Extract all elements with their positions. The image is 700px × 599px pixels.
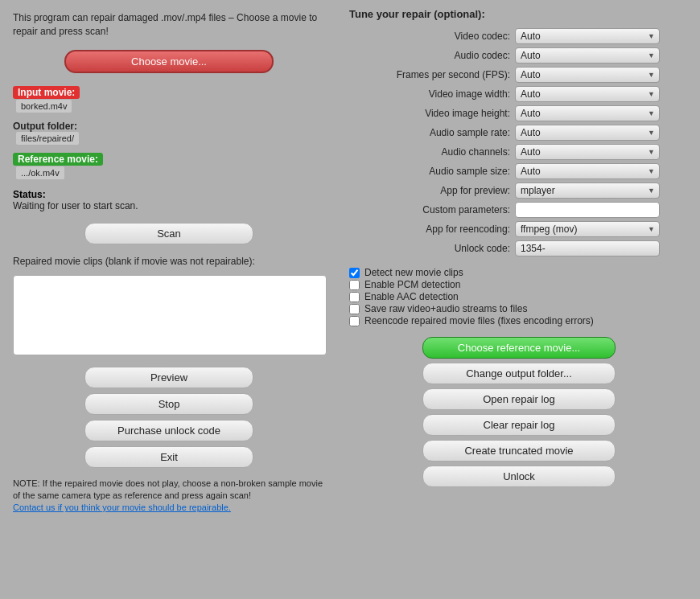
- checkbox-label-enable-aac: Enable AAC detection: [364, 291, 459, 302]
- checkbox-save-raw[interactable]: [349, 304, 360, 314]
- select-app-preview[interactable]: mplayer: [515, 183, 660, 199]
- setting-label-audio-codec: Audio codec:: [349, 50, 510, 61]
- checkbox-label-enable-pcm: Enable PCM detection: [364, 279, 460, 290]
- create-truncated-movie-button[interactable]: Create truncated movie: [422, 440, 616, 462]
- checkbox-row-save-raw[interactable]: Save raw video+audio streams to files: [349, 303, 689, 314]
- input-movie-label: Input movie:: [13, 86, 80, 99]
- right-buttons: Choose reference movie...Change output f…: [349, 337, 689, 487]
- select-app-reencoding[interactable]: ffmpeg (mov): [515, 221, 660, 237]
- checkbox-label-save-raw: Save raw video+audio streams to files: [364, 303, 527, 314]
- reference-movie-label: Reference movie:: [13, 153, 103, 166]
- preview-button[interactable]: Preview: [84, 367, 253, 388]
- setting-label-app-reencoding: App for reencoding:: [349, 224, 510, 235]
- reference-movie-field: Reference movie: .../ok.m4v: [13, 153, 325, 183]
- setting-label-audio-sample-rate: Audio sample rate:: [349, 127, 510, 138]
- select-audio-sample-rate[interactable]: Auto: [515, 125, 660, 141]
- input-custom-params[interactable]: [515, 202, 660, 218]
- setting-control-fps[interactable]: Auto: [515, 67, 689, 83]
- setting-label-app-preview: App for preview:: [349, 185, 510, 196]
- purchase-button[interactable]: Purchase unlock code: [84, 420, 253, 441]
- note-text: NOTE: If the repaired movie does not pla…: [13, 478, 325, 515]
- checkbox-label-detect-new-clips: Detect new movie clips: [364, 267, 463, 278]
- exit-button[interactable]: Exit: [84, 446, 253, 468]
- select-video-height[interactable]: Auto: [515, 105, 660, 121]
- checkbox-row-enable-pcm[interactable]: Enable PCM detection: [349, 279, 689, 290]
- setting-control-video-height[interactable]: Auto: [515, 105, 689, 121]
- select-audio-sample-size[interactable]: Auto: [515, 163, 660, 179]
- stop-button[interactable]: Stop: [84, 393, 253, 415]
- scan-button[interactable]: Scan: [84, 223, 253, 244]
- setting-control-custom-params[interactable]: [515, 202, 689, 218]
- settings-grid: Video codec:AutoAudio codec:AutoFrames p…: [349, 28, 689, 256]
- setting-control-audio-sample-rate[interactable]: Auto: [515, 125, 689, 141]
- unlock-button[interactable]: Unlock: [422, 466, 616, 487]
- input-unlock-code[interactable]: [515, 240, 660, 256]
- checkbox-detect-new-clips[interactable]: [349, 268, 360, 278]
- setting-label-video-codec: Video codec:: [349, 31, 510, 42]
- status-text: Waiting for user to start scan.: [13, 200, 138, 211]
- contact-link[interactable]: Contact us if you think your movie shoul…: [13, 503, 231, 512]
- setting-control-app-reencoding[interactable]: ffmpeg (mov): [515, 221, 689, 237]
- clear-repair-log-button[interactable]: Clear repair log: [422, 414, 616, 436]
- left-panel: This program can repair damaged .mov/.mp…: [0, 0, 338, 599]
- setting-label-audio-sample-size: Audio sample size:: [349, 166, 510, 177]
- setting-control-audio-sample-size[interactable]: Auto: [515, 163, 689, 179]
- change-output-folder-button[interactable]: Change output folder...: [422, 363, 616, 384]
- setting-control-unlock-code[interactable]: [515, 240, 689, 256]
- repaired-clips-box: [13, 275, 327, 355]
- right-panel: Tune your repair (optional): Video codec…: [338, 0, 700, 599]
- repaired-clips-label: Repaired movie clips (blank if movie was…: [13, 256, 325, 267]
- reference-movie-value: .../ok.m4v: [16, 166, 64, 179]
- checkbox-enable-aac[interactable]: [349, 292, 360, 302]
- checkbox-row-detect-new-clips[interactable]: Detect new movie clips: [349, 267, 689, 278]
- select-audio-codec[interactable]: Auto: [515, 47, 660, 64]
- checkbox-row-enable-aac[interactable]: Enable AAC detection: [349, 291, 689, 302]
- setting-control-video-width[interactable]: Auto: [515, 86, 689, 102]
- checkbox-label-reencode: Reencode repaired movie files (fixes enc…: [364, 315, 594, 326]
- choose-movie-button[interactable]: Choose movie...: [64, 50, 274, 73]
- setting-control-video-codec[interactable]: Auto: [515, 28, 689, 44]
- setting-label-custom-params: Custom parameters:: [349, 204, 510, 215]
- checkbox-reencode[interactable]: [349, 316, 360, 326]
- setting-label-video-height: Video image height:: [349, 108, 510, 119]
- select-fps[interactable]: Auto: [515, 67, 660, 83]
- checkbox-enable-pcm[interactable]: [349, 280, 360, 290]
- setting-control-audio-channels[interactable]: Auto: [515, 144, 689, 160]
- checkbox-row-reencode[interactable]: Reencode repaired movie files (fixes enc…: [349, 315, 689, 326]
- setting-label-video-width: Video image width:: [349, 88, 510, 100]
- status-label: Status:: [13, 189, 46, 200]
- select-audio-channels[interactable]: Auto: [515, 144, 660, 160]
- output-folder-field: Output folder: files/repaired/: [13, 121, 325, 148]
- choose-reference-movie-button[interactable]: Choose reference movie...: [422, 337, 616, 359]
- setting-control-app-preview[interactable]: mplayer: [515, 183, 689, 199]
- setting-label-unlock-code: Unlock code:: [349, 243, 510, 254]
- setting-control-audio-codec[interactable]: Auto: [515, 47, 689, 64]
- open-repair-log-button[interactable]: Open repair log: [422, 388, 616, 410]
- status-block: Status: Waiting for user to start scan.: [13, 189, 325, 211]
- select-video-width[interactable]: Auto: [515, 86, 660, 102]
- input-movie-field: Input movie: borked.m4v: [13, 86, 325, 116]
- output-folder-label: Output folder:: [13, 121, 77, 132]
- tune-title: Tune your repair (optional):: [349, 8, 689, 20]
- setting-label-audio-channels: Audio channels:: [349, 146, 510, 158]
- checkboxes-container: Detect new movie clipsEnable PCM detecti…: [349, 266, 689, 327]
- select-video-codec[interactable]: Auto: [515, 28, 660, 44]
- left-buttons: Preview Stop Purchase unlock code Exit: [13, 367, 325, 468]
- input-movie-value: borked.m4v: [16, 100, 72, 113]
- setting-label-fps: Frames per second (FPS):: [349, 69, 510, 80]
- output-folder-value: files/repaired/: [16, 132, 79, 145]
- intro-text: This program can repair damaged .mov/.mp…: [13, 11, 325, 39]
